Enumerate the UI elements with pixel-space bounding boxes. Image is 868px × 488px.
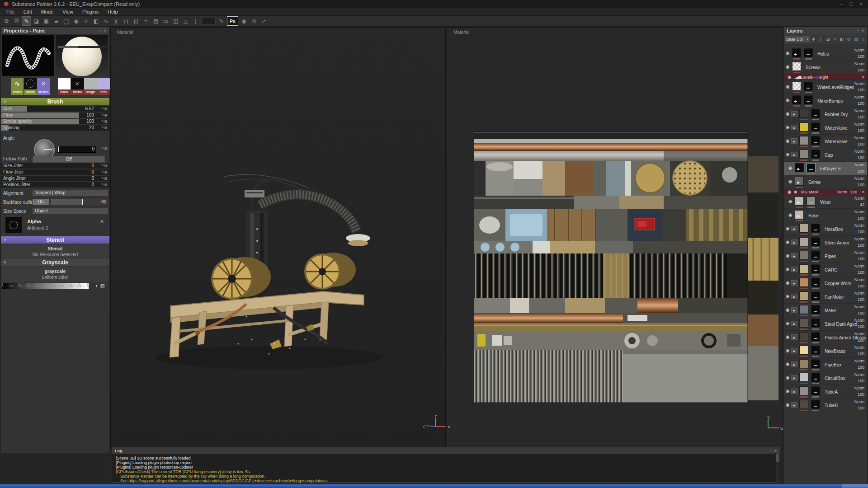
mask-thumbnail[interactable] <box>811 319 820 328</box>
layer-row[interactable]: ◉▶PipesNorm100 <box>784 249 867 263</box>
mask-thumbnail[interactable] <box>811 150 820 159</box>
expand-folder-icon[interactable]: ▶ <box>791 389 797 394</box>
slider-aux-icons[interactable]: ✎▦ <box>101 163 108 169</box>
slider-size[interactable]: Size6.57✎▦ <box>1 106 109 112</box>
visibility-toggle[interactable]: ◉ <box>788 166 793 170</box>
slider-aux-icons[interactable]: ✎▦ <box>101 106 108 112</box>
mask-thumbnail[interactable] <box>811 237 820 246</box>
visibility-toggle[interactable]: ◉ <box>786 98 790 103</box>
mask-thumbnail[interactable] <box>811 122 820 131</box>
channels-scrollbar[interactable] <box>58 46 108 48</box>
visibility-toggle[interactable]: ◉ <box>786 348 790 353</box>
layer-row[interactable]: ◉▶MeterNorm100 <box>784 304 867 317</box>
expand-folder-icon[interactable]: ▶ <box>791 321 797 326</box>
close-panel-icon[interactable]: ✕ <box>774 449 777 453</box>
substance-share-icon[interactable]: ⚙ <box>2 17 11 25</box>
mask-thumbnail[interactable] <box>811 373 820 382</box>
visibility-toggle[interactable]: ◉ <box>786 84 790 89</box>
visibility-toggle[interactable]: ◉ <box>788 213 793 217</box>
menu-mode[interactable]: Mode <box>37 9 58 15</box>
menu-plugins[interactable]: Plugins <box>78 9 103 15</box>
slider-aux-icons[interactable]: ✎▦ <box>101 113 108 118</box>
expand-folder-icon[interactable]: ▶ <box>791 253 797 258</box>
layer-row[interactable]: ◉▶NewBrassNorm100 <box>784 344 867 358</box>
layer-row[interactable]: ◉▶PipeBoxNorm100 <box>784 358 867 371</box>
layer-thumbnail[interactable] <box>799 224 808 233</box>
grayscale-section-header[interactable]: ˅ Grayscale <box>1 259 109 266</box>
float-panel-icon[interactable]: ▫ <box>857 28 859 33</box>
layer-thumbnail[interactable] <box>799 278 808 287</box>
layer-thumbnail[interactable] <box>799 291 808 300</box>
slider-aux-icons[interactable]: ✎▦ <box>101 182 108 188</box>
stroke-opacity-field[interactable] <box>201 18 216 24</box>
symmetry-x-icon[interactable]: )( <box>112 17 120 25</box>
show-desktop-button[interactable] <box>842 484 868 488</box>
visibility-toggle[interactable]: ◉ <box>788 75 792 80</box>
clone-tool-icon[interactable]: ◉ <box>72 17 80 25</box>
expand-folder-icon[interactable]: ▶ <box>791 334 797 340</box>
polygon-fill-tool-icon[interactable]: ▰ <box>52 17 61 25</box>
visibility-toggle[interactable]: ◉ <box>786 65 790 69</box>
stencil-resource-box[interactable]: Stencil No Resource Selected <box>2 244 108 259</box>
slider-aux-icons[interactable]: ✎▦ <box>101 125 108 131</box>
menu-help[interactable]: Help <box>103 9 123 15</box>
layer-row[interactable]: ◉▶FanMotorNorm100 <box>784 290 867 304</box>
mask-thumbnail[interactable] <box>804 48 813 57</box>
mask-thumbnail[interactable] <box>811 291 820 300</box>
layer-row[interactable]: ◉BaseNorm100 <box>784 209 867 222</box>
visibility-toggle[interactable]: ◉ <box>786 375 790 380</box>
slider-flow-jitter[interactable]: Flow Jitter0✎▦ <box>1 169 109 175</box>
layer-row[interactable]: ◉▶HoseBoxNorm100 <box>784 222 867 236</box>
visibility-toggle[interactable]: ◉ <box>786 253 790 258</box>
mask-thumbnail[interactable] <box>804 82 813 91</box>
layer-thumbnail[interactable] <box>799 251 808 260</box>
expand-folder-icon[interactable]: ▶ <box>791 375 797 380</box>
layer-row[interactable]: ◉HolesNorm100 <box>784 47 867 61</box>
mask-thumbnail[interactable] <box>807 163 816 172</box>
visibility-toggle[interactable]: ◉ <box>786 139 790 143</box>
visibility-toggle[interactable]: ◉ <box>786 335 790 339</box>
layer-row[interactable]: ◉▶WaterValveNorm100 <box>784 135 867 148</box>
alpha-thumbnail[interactable] <box>5 217 22 233</box>
follow-path-toggle[interactable]: Off <box>33 156 105 163</box>
layer-row[interactable]: ◉▶CapNorm100 <box>784 148 867 162</box>
angle-field[interactable]: 0 <box>57 146 96 153</box>
quick-mask-icon[interactable]: ◧ <box>92 17 100 25</box>
mode-button-alpha[interactable]: alpha <box>24 78 37 95</box>
expand-folder-icon[interactable]: ▶ <box>791 267 797 272</box>
layer-thumbnail[interactable] <box>799 264 808 273</box>
menu-file[interactable]: File <box>2 9 19 15</box>
layer-thumbnail[interactable] <box>792 82 801 91</box>
mask-thumbnail[interactable] <box>811 224 820 233</box>
layer-row[interactable]: ◉▶TubeBNorm100 <box>784 399 867 412</box>
layer-thumbnail[interactable] <box>799 305 808 314</box>
mask-thumbnail[interactable] <box>811 386 820 395</box>
grayscale-resource-box[interactable]: grayscale uniform color <box>2 267 108 282</box>
minimize-button[interactable]: – <box>836 0 846 8</box>
viewport-3d-mode-label[interactable]: Material <box>117 30 133 35</box>
alignment-select[interactable]: Tangent | Wrap <box>33 190 108 196</box>
layer-thumbnail[interactable] <box>799 237 808 246</box>
layer-thumbnail[interactable] <box>799 332 808 341</box>
viewport-2d-mode-label[interactable]: Material <box>453 30 470 35</box>
mask-thumbnail[interactable] <box>811 359 820 368</box>
channel-button-nrm[interactable]: nrm <box>97 78 110 95</box>
layer-thumbnail[interactable] <box>799 109 808 118</box>
slider-size-jitter[interactable]: Size Jitter0✎▦ <box>1 163 109 169</box>
mask-thumbnail[interactable] <box>811 305 820 314</box>
iray-render-icon[interactable]: ◉ <box>240 17 248 25</box>
remove-effect-button[interactable]: ✕ <box>861 75 865 80</box>
windows-taskbar[interactable] <box>0 484 868 488</box>
expand-folder-icon[interactable]: ▶ <box>791 294 797 299</box>
visibility-toggle[interactable]: ◉ <box>786 267 790 272</box>
grayscale-value-icons[interactable]: ◐▥ <box>95 283 107 289</box>
camera-settings-icon[interactable]: ◫ <box>171 17 180 25</box>
layer-row[interactable]: ◉Fill layer 6Norm100 <box>784 162 867 175</box>
viewport-2d[interactable]: Material <box>447 27 783 449</box>
layer-thumbnail[interactable] <box>799 386 808 395</box>
layer-thumbnail[interactable] <box>799 122 808 131</box>
float-panel-icon[interactable]: ▫ <box>770 449 771 453</box>
mask-thumbnail[interactable] <box>811 264 820 273</box>
layer-row[interactable]: ◉MinorBumpsNorm100 <box>784 94 867 108</box>
visibility-toggle[interactable]: ◉ <box>786 294 790 299</box>
